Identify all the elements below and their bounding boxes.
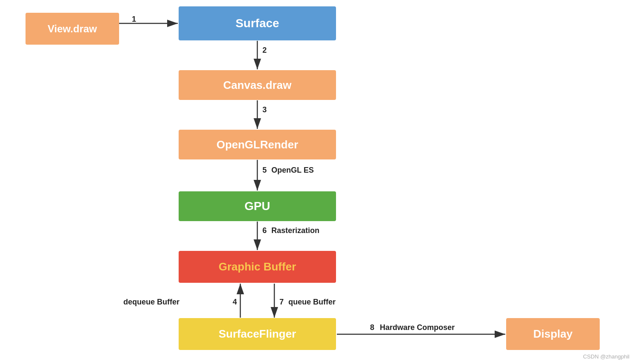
surface-flinger-box: SurfaceFlinger	[179, 318, 336, 350]
step5-sublabel: OpenGL ES	[271, 166, 314, 175]
opengl-box: OpenGLRender	[179, 130, 336, 159]
step1-label: 1	[132, 15, 136, 24]
step6-label: 6	[262, 226, 267, 235]
step7-sublabel: queue Buffer	[288, 298, 336, 307]
step8-label: 8	[370, 323, 374, 332]
surface-flinger-label: SurfaceFlinger	[219, 327, 296, 341]
graphic-buffer-box: Graphic Buffer	[179, 251, 336, 283]
step6-sublabel: Rasterization	[271, 226, 319, 235]
surface-label: Surface	[236, 17, 279, 30]
step2-label: 2	[262, 46, 267, 55]
step4-label: 4	[233, 298, 237, 307]
step4-sublabel: dequeue Buffer	[123, 298, 179, 307]
view-draw-label: View.draw	[48, 23, 97, 35]
diagram-container: View.draw Surface Canvas.draw OpenGLRend…	[0, 0, 638, 364]
gpu-label: GPU	[245, 199, 271, 213]
step8-sublabel: Hardware Composer	[380, 323, 455, 332]
canvas-box: Canvas.draw	[179, 70, 336, 100]
view-draw-box: View.draw	[26, 13, 119, 45]
watermark: CSDN @zhangphil	[583, 353, 629, 360]
opengl-label: OpenGLRender	[216, 138, 298, 151]
display-label: Display	[533, 327, 573, 341]
surface-box: Surface	[179, 6, 336, 40]
step7-label: 7	[279, 298, 284, 307]
step5-label: 5	[262, 166, 267, 175]
step3-label: 3	[262, 105, 267, 114]
graphic-buffer-label: Graphic Buffer	[219, 260, 296, 273]
arrows-svg	[0, 0, 638, 364]
display-box: Display	[506, 318, 600, 350]
canvas-label: Canvas.draw	[223, 79, 291, 92]
gpu-box: GPU	[179, 191, 336, 221]
